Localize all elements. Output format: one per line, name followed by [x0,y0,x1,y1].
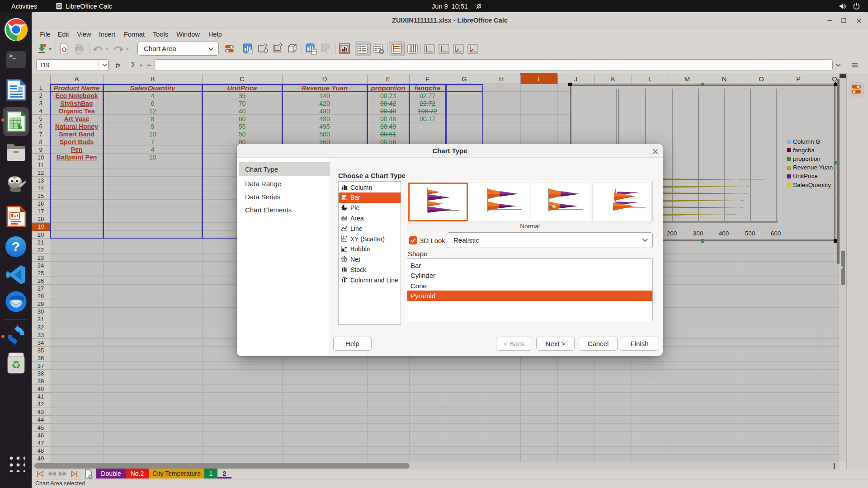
svg-text:♻: ♻ [11,359,21,371]
svg-text:%: % [552,204,557,209]
